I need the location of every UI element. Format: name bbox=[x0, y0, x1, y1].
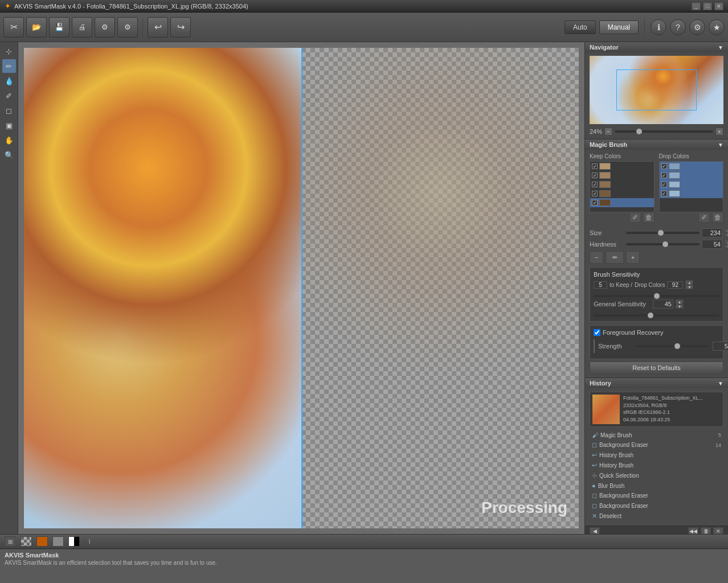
zoom-minus-btn[interactable]: − bbox=[604, 128, 612, 136]
close-btn[interactable]: ✕ bbox=[714, 2, 723, 10]
size-input[interactable] bbox=[702, 228, 722, 237]
view-gray-btn[interactable] bbox=[52, 536, 64, 547]
sensitivity-slider[interactable] bbox=[594, 295, 719, 297]
hardness-up-btn[interactable]: ▲ bbox=[725, 240, 728, 244]
drop-del-btn[interactable]: 🗑 bbox=[712, 212, 723, 223]
auto-mode-button[interactable]: Auto bbox=[565, 20, 596, 34]
history-item-bg-eraser-2[interactable]: ◻ Background Eraser bbox=[590, 491, 723, 500]
zoom-plus-btn[interactable]: + bbox=[715, 128, 723, 136]
history-item-blur-brush[interactable]: ● Blur Brush bbox=[590, 481, 723, 490]
drop-colors-sensitivity-input[interactable] bbox=[667, 281, 683, 289]
general-sensitivity-slider[interactable] bbox=[594, 314, 719, 317]
keep-cb-1[interactable]: ✓ bbox=[592, 163, 598, 169]
keep-color-item-5[interactable]: ✓ bbox=[590, 198, 654, 207]
minimize-btn[interactable]: _ bbox=[692, 2, 701, 10]
fill-tool-btn[interactable]: ▣ bbox=[2, 118, 16, 132]
gen-sens-down-btn[interactable]: ▼ bbox=[676, 304, 684, 309]
print-button[interactable]: 🖨 bbox=[72, 17, 92, 38]
star-button[interactable]: ★ bbox=[709, 19, 725, 35]
hardness-slider[interactable] bbox=[626, 243, 700, 245]
keep-del-btn[interactable]: 🗑 bbox=[643, 212, 655, 223]
size-down-btn[interactable]: ▼ bbox=[725, 233, 728, 237]
info-button[interactable]: ℹ bbox=[651, 19, 666, 35]
drop-cb-3[interactable]: ✓ bbox=[661, 182, 667, 187]
history-header[interactable]: History ▼ bbox=[585, 378, 728, 388]
zoom-slider[interactable] bbox=[615, 130, 713, 133]
history-clear-btn[interactable]: ✕ bbox=[713, 527, 723, 534]
settings1-button[interactable]: ⚙ bbox=[95, 17, 115, 38]
save-button[interactable]: 💾 bbox=[49, 17, 69, 38]
history-step-back-btn[interactable]: ◀◀ bbox=[688, 527, 698, 534]
hardness-input[interactable] bbox=[702, 240, 722, 249]
view-bw-btn[interactable] bbox=[68, 536, 80, 547]
select-tool-btn[interactable]: ⊹ bbox=[2, 44, 16, 58]
drop-sens-down-btn[interactable]: ▼ bbox=[685, 285, 693, 289]
settings2-button[interactable]: ⚙ bbox=[117, 17, 138, 38]
keep-cb-4[interactable]: ✓ bbox=[592, 191, 598, 196]
drop-color-item-2[interactable]: ✓ bbox=[660, 171, 723, 180]
strength-input[interactable] bbox=[713, 342, 728, 351]
keep-color-item-2[interactable]: ✓ bbox=[590, 171, 654, 180]
brush-plus-btn[interactable]: + bbox=[626, 251, 640, 264]
drop-sens-up-btn[interactable]: ▲ bbox=[685, 280, 693, 285]
history-item-bg-eraser-3[interactable]: ◻ Background Eraser bbox=[590, 501, 723, 511]
eraser-tool-btn[interactable]: ◻ bbox=[2, 104, 16, 117]
navigator-header[interactable]: Navigator ▼ bbox=[585, 42, 728, 52]
foreground-recovery-checkbox[interactable] bbox=[594, 329, 600, 336]
open-button[interactable]: 📂 bbox=[26, 17, 47, 38]
keep-cb-3[interactable]: ✓ bbox=[592, 182, 598, 187]
keep-color-item-1[interactable]: ✓ bbox=[590, 162, 654, 171]
pencil-tool-btn[interactable]: ✐ bbox=[2, 89, 16, 102]
hand-tool-btn[interactable]: ✋ bbox=[2, 133, 16, 147]
general-sensitivity-input[interactable] bbox=[653, 299, 673, 309]
hardness-down-btn[interactable]: ▼ bbox=[725, 244, 728, 249]
brush-edit-btn[interactable]: ✏ bbox=[606, 251, 624, 264]
brush-minus-btn[interactable]: − bbox=[590, 251, 603, 264]
brush-tool-btn[interactable]: ✏ bbox=[2, 59, 16, 73]
fg-color-swatch[interactable] bbox=[594, 339, 595, 353]
view-checker-btn[interactable] bbox=[21, 536, 32, 547]
history-item-magic-brush[interactable]: 🖌 Magic Brush 5 bbox=[590, 430, 723, 440]
keep-color-item-4[interactable]: ✓ bbox=[590, 189, 654, 198]
foreground-recovery-checkbox-label[interactable]: Foreground Recovery bbox=[594, 329, 719, 336]
drop-color-item-3[interactable]: ✓ bbox=[660, 180, 723, 189]
zoom-tool-btn[interactable]: 🔍 bbox=[2, 148, 16, 162]
cut-button[interactable]: ✂ bbox=[3, 17, 24, 38]
canvas-area[interactable]: Processing bbox=[18, 42, 584, 534]
drop-add-btn[interactable]: ✐ bbox=[698, 212, 710, 223]
maximize-btn[interactable]: □ bbox=[703, 2, 712, 10]
history-item-history-brush-2[interactable]: ↩ History Brush bbox=[590, 461, 723, 470]
to-keep-input[interactable] bbox=[594, 281, 607, 289]
drop-color-item-1[interactable]: ✓ bbox=[660, 162, 723, 171]
strength-slider[interactable] bbox=[636, 345, 709, 347]
help-button[interactable]: ? bbox=[670, 19, 686, 35]
drop-cb-4[interactable]: ✓ bbox=[661, 191, 667, 196]
keep-cb-2[interactable]: ✓ bbox=[592, 173, 598, 178]
gen-sens-up-btn[interactable]: ▲ bbox=[676, 299, 684, 304]
redo-button[interactable]: ↪ bbox=[170, 17, 191, 38]
undo-button[interactable]: ↩ bbox=[148, 17, 168, 38]
keep-add-btn[interactable]: ✐ bbox=[629, 212, 641, 223]
keep-color-item-3[interactable]: ✓ bbox=[590, 180, 654, 189]
manual-mode-button[interactable]: Manual bbox=[599, 20, 639, 34]
history-item-bg-eraser-1[interactable]: ◻ Background Eraser 14 bbox=[590, 440, 723, 450]
history-back-btn[interactable]: ◀ bbox=[590, 527, 600, 534]
history-delete-btn[interactable]: 🗑 bbox=[701, 527, 711, 534]
history-item-quick-selection[interactable]: ⊹ Quick Selection bbox=[590, 471, 723, 481]
keep-cb-5[interactable]: ✓ bbox=[592, 200, 598, 206]
gear-button[interactable]: ⚙ bbox=[689, 19, 705, 35]
reset-defaults-button[interactable]: Reset to Defaults bbox=[590, 362, 723, 374]
toolbar-right: Auto Manual ℹ ? ⚙ ★ bbox=[565, 18, 725, 36]
size-up-btn[interactable]: ▲ bbox=[725, 228, 728, 233]
drop-cb-1[interactable]: ✓ bbox=[661, 163, 667, 169]
view-orange-btn[interactable] bbox=[36, 536, 48, 547]
dropper-tool-btn[interactable]: 💧 bbox=[2, 74, 16, 88]
keep-color-actions: ✐ 🗑 bbox=[590, 212, 655, 223]
view-grid-btn[interactable]: ⊞ bbox=[5, 536, 16, 547]
size-slider[interactable] bbox=[626, 232, 700, 234]
drop-cb-2[interactable]: ✓ bbox=[661, 173, 667, 178]
drop-color-item-4[interactable]: ✓ bbox=[660, 189, 723, 198]
history-item-history-brush-1[interactable]: ↩ History Brush bbox=[590, 450, 723, 460]
history-item-deselect[interactable]: ✕ Deselect bbox=[590, 511, 723, 521]
magic-brush-header[interactable]: Magic Brush ▼ bbox=[585, 139, 728, 150]
